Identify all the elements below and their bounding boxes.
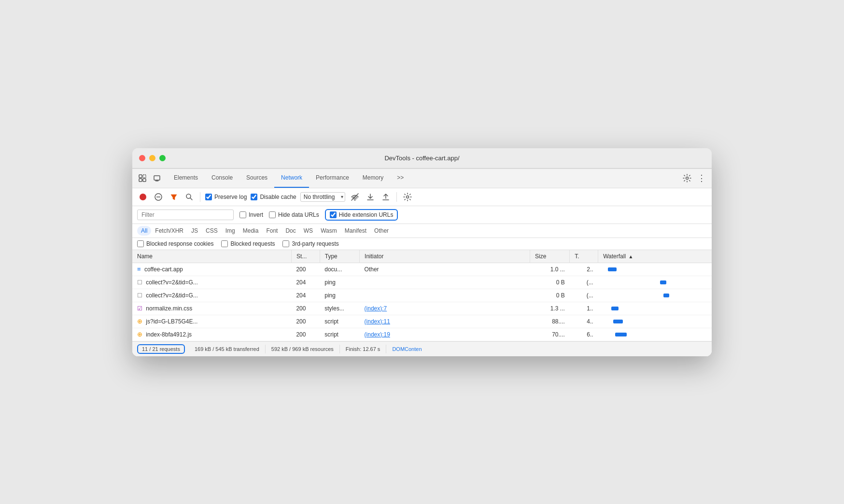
row-time: 2.. [570,263,598,276]
close-button[interactable] [139,155,145,161]
network-table: Name St... Type Initiator Size T. Waterf… [132,250,712,341]
network-toolbar: Preserve log Disable cache No throttling… [132,188,712,206]
type-btn-img[interactable]: Img [222,226,239,236]
type-btn-ws[interactable]: WS [300,226,317,236]
table-row[interactable]: ⊕ index-8bfa4912.js 200 script (index):1… [132,328,712,341]
hide-data-urls-label[interactable]: Hide data URLs [269,211,319,218]
tab-performance[interactable]: Performance [309,168,356,188]
table-row[interactable]: ☑ normalize.min.css 200 styles... (index… [132,302,712,315]
type-btn-font[interactable]: Font [262,226,281,236]
row-waterfall [598,276,712,289]
table-row[interactable]: ☐ collect?v=2&tid=G... 204 ping 0 B (... [132,276,712,289]
type-btn-all[interactable]: All [137,226,151,236]
search-button[interactable] [183,191,195,203]
settings-icon[interactable] [681,172,693,184]
svg-rect-4 [154,176,160,180]
blocked-requests-checkbox[interactable] [221,240,228,247]
type-btn-css[interactable]: CSS [202,226,222,236]
row-waterfall [598,302,712,315]
status-dom-content: DOMConten [386,345,427,353]
hide-data-urls-checkbox[interactable] [269,211,276,218]
row-time: 1.. [570,302,598,315]
network-conditions-icon[interactable] [349,191,361,203]
disable-cache-checkbox[interactable] [251,194,257,200]
col-header-type[interactable]: Type [320,250,359,263]
tab-sources[interactable]: Sources [239,168,274,188]
tab-network[interactable]: Network [274,168,309,188]
row-name: ⊕ index-8bfa4912.js [132,328,291,341]
tab-bar: Elements Console Sources Network Perform… [132,169,712,188]
tab-more[interactable]: >> [390,168,410,188]
js-icon: ⊕ [137,318,142,325]
status-bar: 11 / 21 requests 169 kB / 545 kB transfe… [132,341,712,356]
type-filter-row: All Fetch/XHR JS CSS Img Media Font Doc … [132,224,712,238]
row-name: ⊕ js?id=G-LB75G4E... [132,315,291,328]
tab-memory[interactable]: Memory [356,168,390,188]
type-btn-other[interactable]: Other [370,226,393,236]
table-header: Name St... Type Initiator Size T. Waterf… [132,250,712,263]
row-name: ☐ collect?v=2&tid=G... [132,289,291,302]
svg-point-14 [354,199,355,200]
type-btn-media[interactable]: Media [239,226,263,236]
status-finish: Finish: 12.67 s [340,345,387,353]
more-options-icon[interactable]: ⋮ [695,172,708,184]
device-toggle-icon[interactable] [151,172,163,184]
col-header-status[interactable]: St... [291,250,320,263]
blocked-cookies-label[interactable]: Blocked response cookies [137,240,213,247]
minimize-button[interactable] [149,155,155,161]
row-initiator [360,289,530,302]
col-header-size[interactable]: Size [530,250,570,263]
network-table-wrapper[interactable]: Name St... Type Initiator Size T. Waterf… [132,250,712,341]
row-size: 1.3 ... [530,302,570,315]
throttle-select-input[interactable]: No throttling Fast 3G Slow 3G Offline [300,192,345,202]
row-status: 200 [291,263,320,276]
invert-label[interactable]: Invert [239,211,263,218]
hide-extension-urls-checkbox[interactable] [330,211,337,218]
row-status: 200 [291,328,320,341]
col-header-waterfall[interactable]: Waterfall ▲ [598,250,712,263]
col-header-initiator[interactable]: Initiator [360,250,530,263]
throttle-selector[interactable]: No throttling Fast 3G Slow 3G Offline ▾ [300,192,345,202]
filter-row: Invert Hide data URLs Hide extension URL… [132,206,712,224]
filter-input[interactable] [137,210,234,220]
type-btn-js[interactable]: JS [187,226,202,236]
row-initiator: (index):11 [360,315,530,328]
maximize-button[interactable] [159,155,166,161]
network-settings-icon[interactable] [402,191,413,203]
row-status: 204 [291,289,320,302]
hide-extension-urls-label[interactable]: Hide extension URLs [325,209,398,221]
tab-elements[interactable]: Elements [167,168,205,188]
invert-checkbox[interactable] [239,211,246,218]
disable-cache-label[interactable]: Disable cache [251,194,296,200]
third-party-label[interactable]: 3rd-party requests [282,240,338,247]
row-time: 4.. [570,315,598,328]
table-row[interactable]: ☐ collect?v=2&tid=G... 204 ping 0 B (... [132,289,712,302]
table-row[interactable]: ⊕ js?id=G-LB75G4E... 200 script (index):… [132,315,712,328]
svg-point-8 [140,194,146,200]
type-btn-fetch[interactable]: Fetch/XHR [151,226,187,236]
preserve-log-checkbox[interactable] [205,194,212,200]
record-stop-button[interactable] [137,191,149,203]
titlebar: DevTools - coffee-cart.app/ [132,148,712,168]
tabs-container: Elements Console Sources Network Perform… [167,168,681,188]
third-party-checkbox[interactable] [282,240,289,247]
row-waterfall [598,289,712,302]
tab-icons [136,172,163,184]
clear-button[interactable] [153,191,164,203]
row-waterfall [598,263,712,276]
type-btn-wasm[interactable]: Wasm [317,226,341,236]
blocked-requests-label[interactable]: Blocked requests [221,240,275,247]
inspect-icon[interactable] [136,172,149,184]
table-row[interactable]: ≡ coffee-cart.app 200 docu... Other 1.0 … [132,263,712,276]
tab-console[interactable]: Console [205,168,239,188]
filter-button[interactable] [168,191,180,203]
col-header-time[interactable]: T. [570,250,598,263]
import-button[interactable] [365,191,376,203]
export-button[interactable] [380,191,392,203]
type-btn-doc[interactable]: Doc [281,226,299,236]
col-header-name[interactable]: Name [132,250,291,263]
blocked-cookies-checkbox[interactable] [137,240,144,247]
row-initiator: (index):7 [360,302,530,315]
preserve-log-label[interactable]: Preserve log [205,194,247,200]
type-btn-manifest[interactable]: Manifest [341,226,370,236]
